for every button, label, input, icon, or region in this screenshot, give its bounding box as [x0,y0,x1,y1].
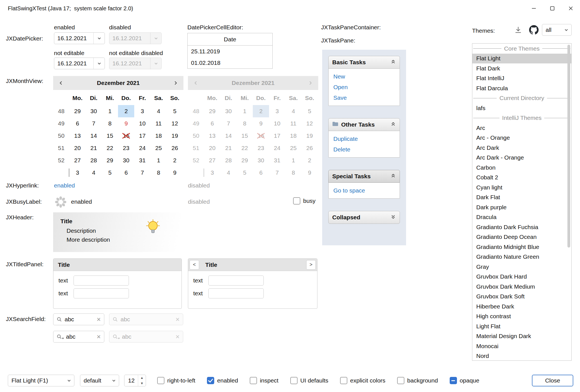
theme-item-gruvbox-dark-medium[interactable]: Gruvbox Dark Medium [472,282,571,292]
theme-item-monocai[interactable]: Monocai [472,341,571,351]
checkbox-box[interactable] [157,377,164,384]
day-cell[interactable]: 8 [102,117,118,130]
day-cell[interactable]: 5 [102,167,118,179]
theme-item-arc-dark[interactable]: Arc Dark [472,143,571,153]
titled-panel-right-button[interactable]: > [306,260,316,270]
laf-combo[interactable]: Flat Light (F1) [8,375,74,386]
task-link-new[interactable]: New [329,71,400,82]
theme-item-gradianto-nature-green[interactable]: Gradianto Nature Green [472,252,571,262]
day-cell[interactable]: 26 [167,142,183,154]
day-cell[interactable]: 19 [167,130,183,142]
day-cell[interactable]: 28 [86,154,102,167]
date-picker-enabled[interactable]: 16.12.2021 [54,32,105,44]
search-field-with-menu[interactable]: abc ✕ [53,331,104,343]
day-cell[interactable]: 1 [150,154,167,167]
day-cell[interactable]: 30 [118,154,134,167]
theme-item-cyan-light[interactable]: Cyan light [472,182,571,193]
day-cell[interactable]: 30 [86,105,102,117]
day-cell[interactable]: 29 [102,154,118,167]
day-cell[interactable]: 17 [134,130,150,142]
theme-item-flat-dark[interactable]: Flat Dark [472,63,571,73]
search-value[interactable]: abc [65,316,94,323]
day-cell[interactable]: 24 [134,142,150,154]
day-cell[interactable]: 9 [118,117,134,130]
collapse-icon[interactable] [390,121,396,128]
theme-item-lafs[interactable]: lafs [472,103,571,113]
task-link-open[interactable]: Open [329,82,400,92]
text-input[interactable] [208,275,264,286]
task-pane-title[interactable]: Collapsed [328,211,400,224]
prev-month-button[interactable] [53,80,69,85]
themes-filter-combo[interactable]: all [542,24,572,36]
next-month-button[interactable] [168,80,183,85]
checkbox-background[interactable]: background [397,377,438,384]
day-cell[interactable]: 11 [150,117,167,130]
day-cell[interactable]: 27 [69,154,86,167]
search-field[interactable]: abc ✕ [53,313,104,325]
month-view-enabled[interactable]: Dezember 2021Mo.Di.Mi.Do.Fr.Sa.So.482930… [53,76,183,179]
theme-item-dark-flat[interactable]: Dark Flat [472,193,571,203]
theme-item-gradianto-midnight-blue[interactable]: Gradianto Midnight Blue [472,242,571,252]
day-cell[interactable]: 14 [86,130,102,142]
day-cell[interactable]: 4 [86,167,102,179]
checkbox-ui-defaults[interactable]: UI defaults [290,377,328,384]
chevron-down-icon[interactable] [93,33,105,44]
day-cell[interactable]: 5 [167,105,183,117]
theme-item-material-design-dark[interactable]: Material Design Dark [472,331,571,341]
day-cell[interactable]: 6 [69,117,86,130]
download-icon[interactable] [514,26,522,35]
day-cell[interactable]: 6 [118,167,134,179]
theme-item-gruvbox-dark-soft[interactable]: Gruvbox Dark Soft [472,292,571,302]
day-cell[interactable]: 13 [69,130,86,142]
day-cell[interactable]: 7 [134,167,150,179]
checkbox-box[interactable] [207,377,214,384]
theme-item-carbon[interactable]: Carbon [472,163,571,173]
day-cell[interactable]: 20 [69,142,86,154]
theme-item-flat-darcula[interactable]: Flat Darcula [472,83,571,93]
checkbox-inspect[interactable]: inspect [250,377,279,384]
theme-item-gruvbox-dark-hard[interactable]: Gruvbox Dark Hard [472,272,571,282]
day-cell[interactable]: 3 [134,105,150,117]
theme-item-flat-light[interactable]: Flat Light [472,54,571,64]
task-pane-title[interactable]: Basic Tasks [328,56,400,69]
theme-item-arc[interactable]: Arc [472,123,571,133]
date-picker-not-editable[interactable]: 16.12.2021 [54,58,105,69]
theme-item-light-flat[interactable]: Light Flat [472,321,571,331]
clear-icon[interactable]: ✕ [96,334,101,340]
day-cell[interactable]: 4 [150,105,167,117]
theme-item-dracula[interactable]: Dracula [472,212,571,222]
day-cell[interactable]: 7 [86,117,102,130]
collapse-icon[interactable] [390,173,396,180]
day-cell[interactable]: 25 [150,142,167,154]
day-cell[interactable]: 3 [69,167,86,179]
checkbox-opaque[interactable]: opaque [450,377,479,384]
expand-icon[interactable] [390,214,396,221]
theme-item-hiberbee-dark[interactable]: Hiberbee Dark [472,301,571,312]
checkbox-right-to-left[interactable]: right-to-left [157,377,195,384]
table-row[interactable]: 01.02.2018 [188,57,272,68]
datepicker-cell-editor-table[interactable]: Date 25.11.2019 01.02.2018 [187,33,273,69]
table-row[interactable]: 25.11.2019 [188,46,272,57]
task-link-go-to-space[interactable]: Go to space [329,185,400,196]
font-size-spinner[interactable]: 12 ▲▼ [124,375,146,386]
day-cell[interactable]: 16 [118,130,134,142]
checkbox-box[interactable] [340,377,347,384]
close-window-button[interactable] [562,0,580,17]
theme-item-cobalt-2[interactable]: Cobalt 2 [472,173,571,183]
checkbox-explicit-colors[interactable]: explicit colors [340,377,385,384]
task-link-delete[interactable]: Delete [329,144,400,155]
date-picker-value[interactable]: 16.12.2021 [54,35,93,42]
checkbox-box[interactable] [397,377,404,384]
busy-checkbox[interactable] [293,197,300,205]
day-cell[interactable]: 18 [150,130,167,142]
theme-item-flat-intellij[interactable]: Flat IntelliJ [472,73,571,84]
github-icon[interactable] [529,25,539,36]
theme-item-gray[interactable]: Gray [472,262,571,272]
theme-item-gradianto-deep-ocean[interactable]: Gradianto Deep Ocean [472,232,571,242]
busy-checkbox-row[interactable]: busy [293,197,315,205]
maximize-button[interactable] [543,0,562,17]
task-pane-title[interactable]: Special Tasks [328,170,400,183]
theme-item-nord[interactable]: Nord [472,351,571,361]
themes-list[interactable]: Core ThemesFlat LightFlat DarkFlat Intel… [472,43,572,361]
checkbox-box[interactable] [450,377,457,384]
